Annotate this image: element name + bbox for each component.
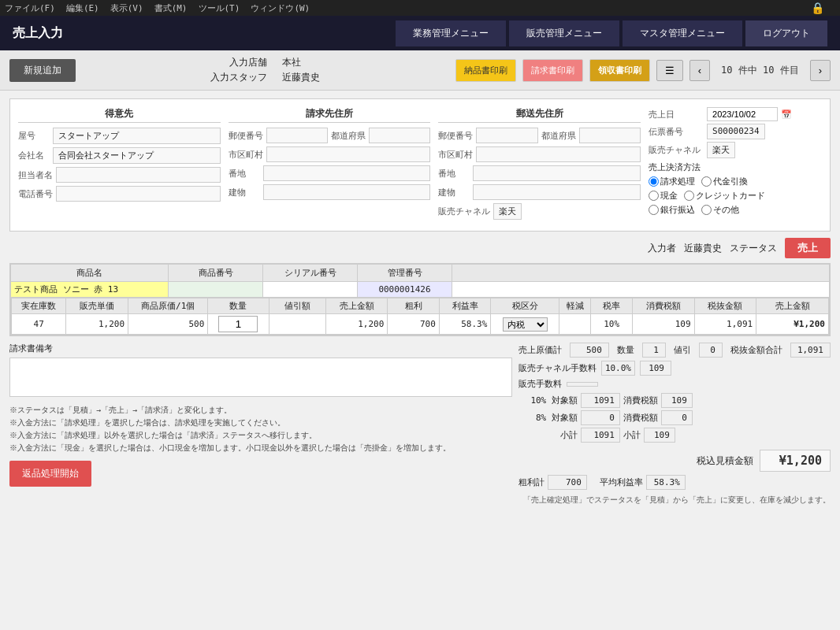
floor-value[interactable]: スタートアップ xyxy=(53,128,221,144)
nav-master-menu[interactable]: マスタ管理メニュー xyxy=(623,20,742,46)
radio-bank[interactable] xyxy=(649,205,659,215)
next-button[interactable]: › xyxy=(810,60,831,81)
channel-fee-value: 109 xyxy=(640,361,671,376)
discount-val[interactable] xyxy=(269,314,325,335)
shipping-pref-label: 都道府県 xyxy=(541,130,576,142)
consumption10-label: 消費税額 xyxy=(623,395,658,406)
total-amount-row: 税込見積金額 ¥1,200 xyxy=(518,450,831,472)
return-process-button[interactable]: 返品処理開始 xyxy=(9,461,91,487)
col-profit-rate: 利益率 xyxy=(439,298,491,314)
unit-price-val[interactable]: 1,200 xyxy=(66,314,128,335)
channel-value[interactable]: 楽天 xyxy=(707,142,735,158)
col-qty: 数量 xyxy=(208,298,269,314)
payment-radio-group2: 現金 クレジットカード xyxy=(649,190,822,202)
shipping-building-label: 建物 xyxy=(438,187,470,198)
billing-building-value[interactable] xyxy=(263,184,431,200)
menu-tools[interactable]: ツール(T) xyxy=(199,2,240,14)
billing-city-label: 市区町村 xyxy=(229,149,263,161)
col-tax-rate: 税率 xyxy=(591,298,632,314)
page-info: 10 件中 10 件目 xyxy=(716,64,804,77)
shipping-channel-value[interactable]: 楽天 xyxy=(493,203,522,220)
billing-city-value[interactable] xyxy=(266,146,431,162)
person-value[interactable] xyxy=(56,167,221,183)
notice-text: ※ステータスは「見積」→「売上」→「請求済」と変化します。 ※入金方法に「請求処… xyxy=(9,404,512,454)
radio-cod[interactable] xyxy=(701,176,712,187)
shipping-postal-value[interactable] xyxy=(476,128,537,143)
product-header-row: テスト商品 ソニー 赤 13 0000001426 xyxy=(11,282,830,298)
handling-fee-value xyxy=(567,382,598,387)
billing-address-value[interactable] xyxy=(263,165,431,181)
staff-label: 入力スタッフ xyxy=(210,72,267,83)
inputter-value: 近藤貴史 xyxy=(684,242,722,255)
avg-profit-label: 平均利益率 xyxy=(600,476,643,488)
shipping-building-value[interactable] xyxy=(473,184,641,200)
print-invoice-button[interactable]: 請求書印刷 xyxy=(522,59,583,82)
menu-edit[interactable]: 編集(E) xyxy=(66,2,99,14)
billing-pref-value[interactable] xyxy=(369,128,430,143)
qty-val[interactable] xyxy=(208,314,269,335)
menu-bar: ファイル(F) 編集(E) 表示(V) 書式(M) ツール(T) ウィンドウ(W… xyxy=(0,0,840,16)
prev-button[interactable]: ‹ xyxy=(689,60,710,81)
menu-view[interactable]: 表示(V) xyxy=(110,2,143,14)
nav-sales-menu[interactable]: 販売管理メニュー xyxy=(509,20,619,46)
status-label: ステータス xyxy=(730,242,777,255)
subtotal-left-val: 1091 xyxy=(581,428,620,443)
menu-file[interactable]: ファイル(F) xyxy=(5,2,55,14)
date-input[interactable] xyxy=(707,107,778,121)
date-label: 売上日 xyxy=(649,109,704,120)
consumption-tax-val: 109 xyxy=(632,314,694,335)
radio-cash[interactable] xyxy=(649,191,659,201)
gross-total-label: 粗利計 xyxy=(518,476,545,488)
serial-cell[interactable] xyxy=(263,282,358,298)
menu-window[interactable]: ウィンドウ(W) xyxy=(251,2,310,14)
product-table: 商品名 商品番号 シリアル番号 管理番号 テスト商品 ソニー 赤 13 0000… xyxy=(10,264,830,335)
radio-other[interactable] xyxy=(701,205,712,215)
billing-block: 請求先住所 郵便番号 都道府県 市区町村 番地 建物 xyxy=(229,107,431,223)
notes-input[interactable] xyxy=(9,358,512,397)
phone-label: 電話番号 xyxy=(18,188,53,200)
total-amount-value: ¥1,200 xyxy=(760,450,831,472)
phone-value[interactable] xyxy=(56,186,221,202)
tax-left-block: 10% 対象額 1091 消費税額 109 8% 対象額 0 消費税額 0 小計… xyxy=(518,393,693,445)
calendar-icon[interactable]: 📅 xyxy=(781,109,792,120)
col-product-name: 商品名 xyxy=(11,265,169,282)
col-tax-type: 税区分 xyxy=(491,298,559,314)
company-value[interactable]: 合同会社スタートアップ xyxy=(53,147,221,164)
shipping-pref-value[interactable] xyxy=(579,128,641,143)
consumption8-value: 0 xyxy=(661,410,693,425)
sales-amt-val: 1,200 xyxy=(325,314,388,335)
radio-credit[interactable] xyxy=(684,191,694,201)
product-number-cell[interactable] xyxy=(169,282,263,298)
management-num-cell[interactable]: 0000001426 xyxy=(358,282,452,298)
right-info-block: 売上日 📅 伝票番号 S00000234 販売チャネル 楽天 売上決済方法 請求… xyxy=(649,107,822,223)
shipping-address-value[interactable] xyxy=(473,165,641,181)
nav-operations-menu[interactable]: 業務管理メニュー xyxy=(396,20,506,46)
col-gross-profit: 粗利 xyxy=(388,298,440,314)
shipping-city-value[interactable] xyxy=(476,146,641,162)
list-view-button[interactable]: ☰ xyxy=(656,60,683,81)
tax10-value: 1091 xyxy=(581,393,620,408)
logout-button[interactable]: ログアウト xyxy=(745,20,827,46)
staff-value: 近藤貴史 xyxy=(282,72,320,83)
product-name-cell[interactable]: テスト商品 ソニー 赤 13 xyxy=(11,282,169,298)
shipping-postal-label: 郵便番号 xyxy=(438,130,473,142)
subtotal-right-val: 109 xyxy=(644,428,675,443)
toolbar: 新規追加 入力店舗 本社 入力スタッフ 近藤貴史 納品書印刷 請求書印刷 領収書… xyxy=(0,50,840,91)
cost-label: 売上原価計 xyxy=(518,344,562,356)
channel-label: 販売チャネル xyxy=(649,144,704,156)
tax-type-select[interactable]: 内税 外税 非課税 xyxy=(503,317,548,332)
menu-format[interactable]: 書式(M) xyxy=(154,2,188,14)
discount-summary-label: 値引 xyxy=(674,344,691,356)
input-row: 入力者 近藤貴史 ステータス 売上 xyxy=(9,238,831,258)
payment-radio-group: 請求処理 代金引換 xyxy=(649,176,822,187)
billing-postal-value[interactable] xyxy=(266,128,328,143)
print-receipt-button[interactable]: 領収書印刷 xyxy=(589,59,650,82)
radio-invoice[interactable] xyxy=(649,176,659,187)
main-content: 得意先 屋号 スタートアップ 会社名 合同会社スタートアップ 担当者名 電話番号… xyxy=(0,91,840,513)
tax-type-val[interactable]: 内税 外税 非課税 xyxy=(491,314,559,335)
qty-input[interactable] xyxy=(218,316,258,332)
status-badge: 売上 xyxy=(785,238,831,258)
new-add-button[interactable]: 新規追加 xyxy=(9,59,76,82)
print-delivery-button[interactable]: 納品書印刷 xyxy=(455,59,516,82)
col-product-number: 商品番号 xyxy=(169,265,263,282)
